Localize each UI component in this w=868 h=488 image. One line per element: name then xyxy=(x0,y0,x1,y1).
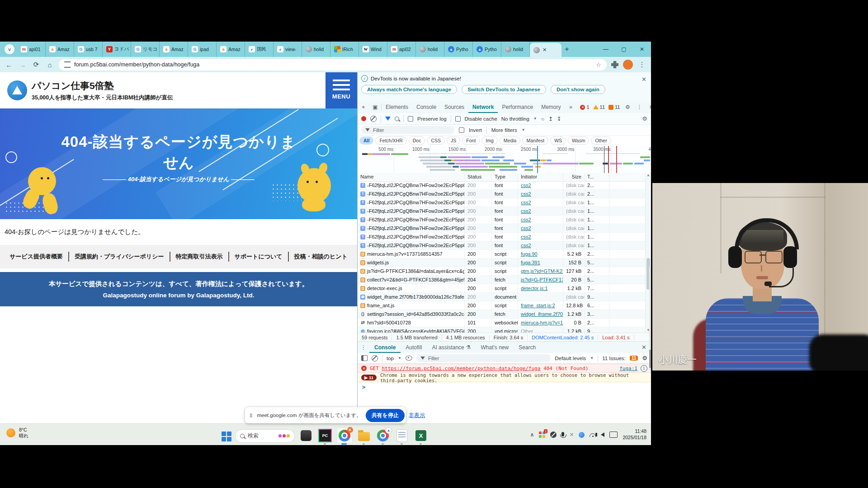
column-header[interactable]: Name xyxy=(358,173,465,181)
browser-tab[interactable]: eview- xyxy=(274,42,302,57)
microphone-icon[interactable] xyxy=(561,432,564,436)
search-icon[interactable] xyxy=(395,117,399,121)
maximize-button[interactable]: ▢ xyxy=(615,42,633,57)
request-row[interactable]: T-F62fjtqLzI2JPCgQBnw7HFow2oe2EcP5pp0erw… xyxy=(358,181,651,190)
request-row[interactable]: {}detector-exec.js200scriptdetector.js:1… xyxy=(358,284,651,293)
taskbar-app-chrome[interactable]: K xyxy=(336,427,353,444)
filter-chip[interactable]: Other xyxy=(591,136,611,145)
speaker-icon[interactable] xyxy=(601,432,604,437)
console-context-select[interactable]: top xyxy=(387,356,394,361)
more-tabs-icon[interactable]: » xyxy=(565,104,576,110)
request-row[interactable]: T-F62fjtqLzI2JPCgQBnw7HFow2oe2EcP5pp0erw… xyxy=(358,224,651,233)
export-har-icon[interactable]: ↧ xyxy=(557,116,561,122)
filter-chip[interactable]: JS xyxy=(447,136,460,145)
wifi-icon[interactable] xyxy=(590,433,596,437)
filter-chip[interactable]: Doc xyxy=(409,136,425,145)
console-prompt-chevron[interactable]: > xyxy=(362,384,365,390)
address-bar[interactable]: forum.pc5bai.com/member/python-data/hoge… xyxy=(59,59,607,70)
request-initiator[interactable]: css2 xyxy=(518,224,563,232)
tab-close-icon[interactable]: ✕ xyxy=(542,47,547,53)
column-header[interactable]: Initiator xyxy=(518,173,563,181)
clear-icon[interactable] xyxy=(370,116,377,122)
error-hint-icon[interactable]: i xyxy=(641,365,647,372)
tab-search-button[interactable]: v xyxy=(5,44,14,54)
infobar-button[interactable]: Don't show again xyxy=(551,85,605,94)
back-icon[interactable]: ← xyxy=(5,61,14,69)
devtools-tab-elements[interactable]: Elements xyxy=(382,101,412,113)
infobar-button[interactable]: Always match Chrome's language xyxy=(361,85,457,94)
filter-chip[interactable]: Fetch/XHR xyxy=(375,136,406,145)
footer-link[interactable]: サポートについて xyxy=(229,252,289,262)
browser-tab[interactable]: ▲Pytho xyxy=(473,42,501,57)
onedrive-paused-icon[interactable] xyxy=(550,432,557,438)
request-initiator[interactable]: js?id=G-PTFKCF1386&l= xyxy=(518,276,563,284)
request-row[interactable]: T-F62fjtqLzI2JPCgQBnw7HFow2oe2EcP5pp0erw… xyxy=(358,216,651,224)
site-logo[interactable] xyxy=(7,80,27,100)
reload-icon[interactable]: ⟳ xyxy=(32,61,41,69)
extensions-icon[interactable] xyxy=(611,61,618,68)
infobar-close-icon[interactable]: ✕ xyxy=(642,76,646,83)
menu-button[interactable]: MENU xyxy=(326,72,357,108)
network-settings-gear-icon[interactable]: ⚙ xyxy=(642,115,647,122)
inspect-icon[interactable]: ⌖ xyxy=(358,104,369,110)
warning-group-badge[interactable]: ▶ 11 xyxy=(361,375,377,380)
browser-tab[interactable]: Gipad xyxy=(188,42,217,57)
request-row[interactable]: T-F62fjtqLzI2JPCgQBnw7HFow2oe2EcP5pp0erw… xyxy=(358,207,651,216)
request-initiator[interactable]: css2 xyxy=(518,233,563,241)
device-toolbar-icon[interactable]: ▣ xyxy=(369,104,381,110)
column-header[interactable]: T... xyxy=(585,173,609,181)
footer-link[interactable]: 受講規約・プライバシーポリシー xyxy=(69,252,170,262)
browser-tab[interactable]: aAmaz xyxy=(160,42,188,57)
browser-tab[interactable]: aAmaz xyxy=(46,42,74,57)
browser-tab[interactable]: holid xyxy=(501,42,530,57)
browser-tab[interactable]: Gリモコ xyxy=(131,42,160,57)
taskbar-search[interactable]: 検索 xyxy=(235,429,295,443)
devtools-tab-memory[interactable]: Memory xyxy=(537,101,565,113)
column-header[interactable]: Size xyxy=(563,173,585,181)
taskbar-app-chrome2[interactable]: ▲ xyxy=(375,428,391,443)
home-icon[interactable]: ⌂ xyxy=(45,61,54,69)
more-filters-label[interactable]: More filters xyxy=(491,127,517,133)
filter-chip[interactable]: Wasm xyxy=(568,136,589,145)
filter-toggle-icon[interactable] xyxy=(385,117,391,121)
network-filter-input[interactable]: Filter xyxy=(361,126,454,134)
minimize-button[interactable]: — xyxy=(597,42,615,57)
console-sidebar-icon[interactable] xyxy=(361,355,368,361)
filter-chip[interactable]: Media xyxy=(500,136,521,145)
ime-keyboard-icon[interactable] xyxy=(609,432,618,438)
warning-count-badge[interactable]: 11 xyxy=(593,104,605,110)
console-tab-ai-assistance[interactable]: AI assistance⚗ xyxy=(427,342,476,353)
filter-chip[interactable]: Img xyxy=(481,136,498,145)
browser-tab[interactable]: Gusb 7 xyxy=(74,42,103,57)
console-settings-gear-icon[interactable]: ⚙ xyxy=(642,355,647,361)
request-row[interactable]: T-F62fjtqLzI2JPCgQBnw7HFow2oe2EcP5pp0erw… xyxy=(358,190,651,198)
devtools-tab-console[interactable]: Console xyxy=(412,101,440,113)
site-settings-icon[interactable] xyxy=(64,61,71,68)
filter-chip[interactable]: WS xyxy=(550,136,566,145)
request-initiator[interactable]: gtm.js?id=GTM-K2BCL7D xyxy=(518,267,563,275)
filter-chip[interactable]: Manifest xyxy=(522,136,548,145)
filter-chip[interactable]: All xyxy=(359,136,373,145)
footer-link[interactable]: サービス提供者概要 xyxy=(4,252,69,262)
browser-tab[interactable]: mapi01 xyxy=(17,42,46,57)
filter-chip[interactable]: Font xyxy=(462,136,480,145)
request-row[interactable]: ▤widget_iframe.2f70fb173b9000da126c79afe… xyxy=(358,293,651,301)
throttling-select[interactable]: No throttling xyxy=(501,116,529,122)
error-count-badge[interactable]: ✕1 xyxy=(580,104,589,110)
drawer-kebab-icon[interactable]: ⋮ xyxy=(358,344,369,351)
footer-link[interactable]: 特定商取引法表示 xyxy=(170,252,229,262)
tray-clock[interactable]: 11:48 2025/01/18 xyxy=(623,428,646,441)
tray-app-icon[interactable] xyxy=(579,432,585,438)
taskbar-app-explorer[interactable] xyxy=(356,428,372,443)
console-tab-autofill[interactable]: Autofill xyxy=(401,342,427,353)
issues-label[interactable]: 11 Issues: xyxy=(602,356,626,361)
active-browser-tab[interactable]: ✕ xyxy=(530,43,561,57)
browser-tab[interactable]: holid xyxy=(416,42,444,57)
taskbar-app-notepad[interactable] xyxy=(394,428,410,443)
request-row[interactable]: T-F62fjtqLzI2JPCgQBnw7HFow2oe2EcP5pp0erw… xyxy=(358,241,651,250)
request-initiator[interactable]: css2 xyxy=(518,181,563,189)
request-row[interactable]: {}widgets.js200scriptfuga:391152 B5... xyxy=(358,258,651,267)
request-initiator[interactable]: detector.js:1 xyxy=(518,284,563,292)
request-initiator[interactable]: fuga:391 xyxy=(518,258,563,267)
pause-share-icon[interactable]: ‖ xyxy=(250,412,253,419)
